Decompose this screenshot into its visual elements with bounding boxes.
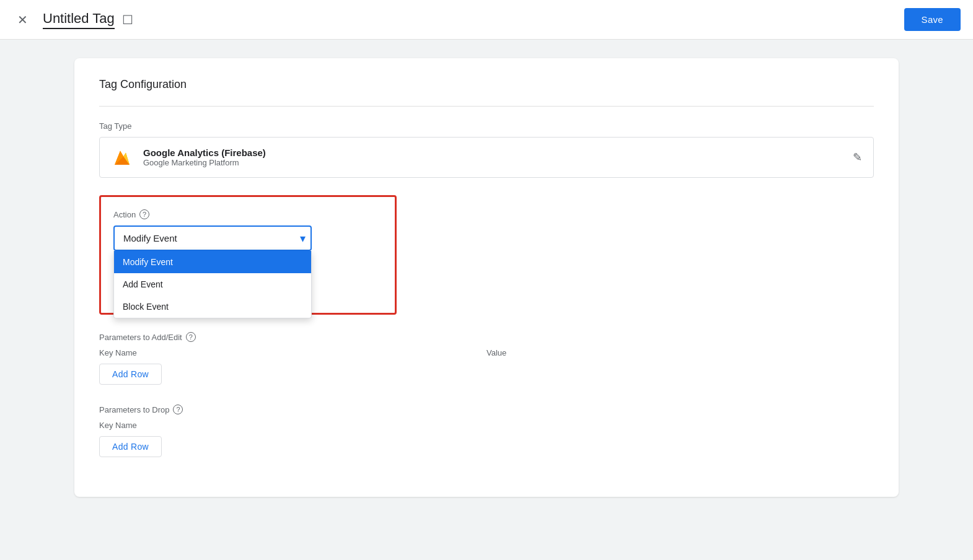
- params-drop-help-icon[interactable]: ?: [173, 405, 183, 414]
- dropdown-option-block-event[interactable]: Block Event: [114, 295, 311, 318]
- action-help-icon[interactable]: ?: [139, 209, 149, 219]
- tag-type-label: Tag Type: [99, 121, 874, 131]
- dropdown-option-add-event[interactable]: Add Event: [114, 273, 311, 295]
- tag-type-info: Google Analytics (Firebase) Google Marke…: [143, 147, 266, 167]
- dropdown-option-modify-event[interactable]: Modify Event: [114, 251, 311, 273]
- params-drop-section: Parameters to Drop ? Key Name Add Row: [99, 405, 874, 457]
- col-value: Value: [486, 348, 874, 357]
- action-section: Action ? Modify Event ▾ Modify Event Add…: [99, 195, 397, 315]
- card-title: Tag Configuration: [99, 78, 874, 91]
- topbar: ✕ Untitled Tag ☐ Save: [0, 0, 973, 40]
- params-add-edit-help-icon[interactable]: ?: [186, 332, 196, 342]
- params-add-edit-label: Parameters to Add/Edit: [99, 333, 182, 342]
- params-drop-label-row: Parameters to Drop ?: [99, 405, 874, 414]
- folder-icon[interactable]: ☐: [122, 12, 133, 27]
- add-row-button-params-edit[interactable]: Add Row: [99, 364, 162, 385]
- tag-sub: Google Marketing Platform: [143, 158, 266, 167]
- tag-name: Google Analytics (Firebase): [143, 147, 266, 158]
- add-row-button-params-drop[interactable]: Add Row: [99, 436, 162, 457]
- col-drop-key-name: Key Name: [99, 421, 874, 430]
- action-label: Action: [113, 210, 136, 219]
- action-dropdown[interactable]: Modify Event: [113, 225, 312, 251]
- action-label-row: Action ?: [113, 209, 382, 219]
- firebase-icon: [111, 146, 133, 168]
- close-button[interactable]: ✕: [12, 9, 33, 31]
- params-drop-label: Parameters to Drop: [99, 405, 169, 414]
- params-add-edit-section: Parameters to Add/Edit ? Key Name Value …: [99, 332, 874, 385]
- action-dropdown-list: Modify Event Add Event Block Event: [113, 251, 312, 318]
- tag-type-row[interactable]: Google Analytics (Firebase) Google Marke…: [99, 137, 874, 178]
- params-add-edit-headers: Key Name Value: [99, 348, 874, 357]
- page-title: Untitled Tag: [43, 11, 115, 29]
- divider: [99, 106, 874, 107]
- params-add-edit-label-row: Parameters to Add/Edit ?: [99, 332, 874, 342]
- params-drop-headers: Key Name: [99, 421, 874, 430]
- col-key-name: Key Name: [99, 348, 486, 357]
- edit-pencil-icon[interactable]: ✎: [853, 151, 862, 164]
- card: Tag Configuration Tag Type Google Analyt…: [74, 58, 899, 497]
- action-dropdown-wrapper: Modify Event ▾ Modify Event Add Event Bl…: [113, 225, 312, 251]
- save-button[interactable]: Save: [904, 8, 961, 31]
- main-content: Tag Configuration Tag Type Google Analyt…: [0, 40, 973, 560]
